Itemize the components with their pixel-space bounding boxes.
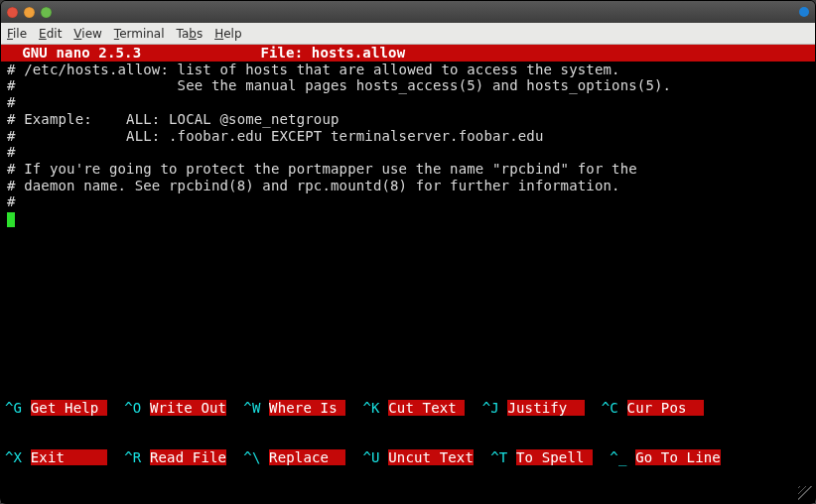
shortcut-key: ^R bbox=[124, 449, 141, 465]
shortcut-key: ^O bbox=[124, 400, 141, 416]
window-maximize-button[interactable] bbox=[41, 7, 52, 18]
menu-edit[interactable]: Edit bbox=[39, 27, 62, 41]
cursor bbox=[7, 212, 15, 227]
shortcut-label: Uncut Text bbox=[388, 449, 474, 465]
shortcut-label: Cur Pos bbox=[627, 400, 704, 416]
nano-file-label: File: hosts.allow bbox=[260, 45, 405, 61]
window-titlebar bbox=[1, 1, 815, 23]
shortcut-label: Replace bbox=[269, 449, 345, 465]
shortcut-row-1: ^G Get Help ^O Write Out ^W Where Is ^K … bbox=[5, 400, 811, 417]
file-content: # /etc/hosts.allow: list of hosts that a… bbox=[5, 62, 811, 210]
shortcut-key: ^G bbox=[5, 400, 22, 416]
menu-file[interactable]: File bbox=[7, 27, 27, 41]
window-minimize-button[interactable] bbox=[24, 7, 35, 18]
resize-grip-icon[interactable] bbox=[798, 486, 812, 500]
shortcut-key: ^X bbox=[5, 449, 22, 465]
shortcut-label: Go To Line bbox=[635, 449, 721, 465]
menu-view[interactable]: View bbox=[73, 27, 101, 41]
shortcut-label: Exit bbox=[31, 449, 107, 465]
shortcut-label: Write Out bbox=[150, 400, 226, 416]
nano-app-label: GNU nano 2.5.3 bbox=[5, 45, 141, 61]
shortcut-key: ^J bbox=[482, 400, 499, 416]
nano-shortcuts: ^G Get Help ^O Write Out ^W Where Is ^K … bbox=[1, 366, 815, 499]
menu-terminal[interactable]: Terminal bbox=[114, 27, 165, 41]
shortcut-label: To Spell bbox=[516, 449, 593, 465]
shortcut-label: Get Help bbox=[31, 400, 107, 416]
shortcut-key: ^U bbox=[362, 449, 379, 465]
menu-tabs[interactable]: Tabs bbox=[177, 27, 204, 41]
terminal-window: File Edit View Terminal Tabs Help GNU na… bbox=[0, 0, 816, 504]
shortcut-key: ^\ bbox=[243, 449, 260, 465]
terminal-viewport[interactable]: GNU nano 2.5.3 File: hosts.allow # /etc/… bbox=[1, 45, 815, 503]
shortcut-key: ^C bbox=[602, 400, 618, 416]
cursor-line bbox=[5, 210, 811, 227]
shortcut-row-2: ^X Exit ^R Read File ^\ Replace ^U Uncut… bbox=[5, 449, 811, 466]
shortcut-label: Cut Text bbox=[388, 400, 465, 416]
shortcut-key: ^K bbox=[362, 400, 379, 416]
shortcut-label: Read File bbox=[150, 449, 226, 465]
nano-header: GNU nano 2.5.3 File: hosts.allow bbox=[1, 45, 815, 62]
shortcut-key: ^W bbox=[243, 400, 260, 416]
shortcut-label: Justify bbox=[507, 400, 584, 416]
window-status-dot bbox=[799, 7, 809, 17]
menu-help[interactable]: Help bbox=[214, 27, 241, 41]
shortcut-key: ^T bbox=[490, 449, 507, 465]
shortcut-label: Where Is bbox=[269, 400, 345, 416]
window-close-button[interactable] bbox=[7, 7, 18, 18]
menubar: File Edit View Terminal Tabs Help bbox=[1, 23, 815, 45]
shortcut-key: ^_ bbox=[610, 449, 626, 465]
